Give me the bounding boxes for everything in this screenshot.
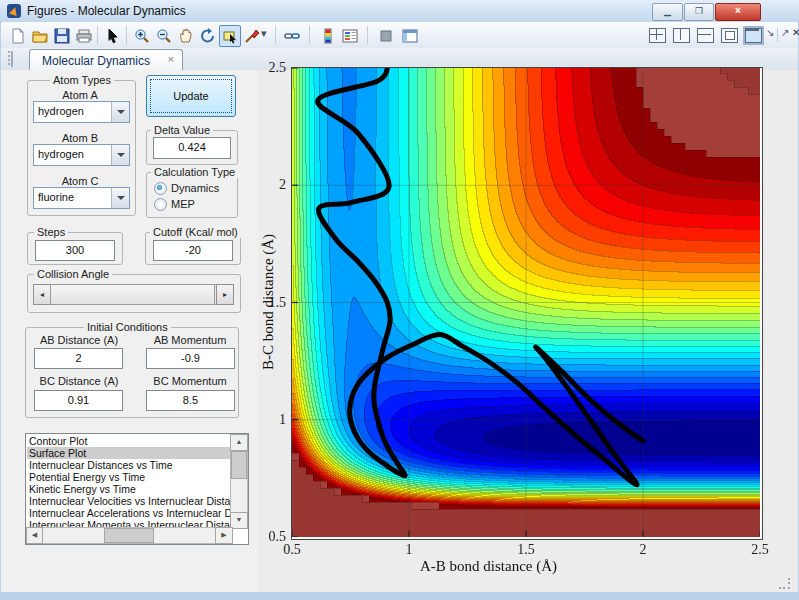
x-tick-label: 2: [633, 542, 653, 558]
vscroll-thumb[interactable]: [231, 451, 247, 479]
slider-right-arrow[interactable]: ▸: [216, 284, 234, 305]
bc-distance-label: BC Distance (A): [35, 375, 123, 387]
ab-distance-label: AB Distance (A): [35, 334, 123, 346]
tab-label: Molecular Dynamics: [42, 54, 150, 68]
y-tick-label: 2.5: [258, 60, 286, 76]
atom-c-dropdown-icon[interactable]: [111, 188, 129, 208]
show-plot-tools-button[interactable]: [399, 25, 421, 47]
update-button[interactable]: Update: [146, 75, 236, 117]
atom-b-dropdown-icon[interactable]: [111, 145, 129, 165]
vscroll-up-arrow[interactable]: ▲: [230, 434, 248, 451]
mep-radio[interactable]: [154, 198, 167, 211]
list-item[interactable]: Potential Energy vs Time: [27, 471, 230, 483]
zoom-out-tool-button[interactable]: [153, 25, 175, 47]
window-resize-grip[interactable]: [779, 578, 791, 590]
list-item[interactable]: Contour Plot: [27, 435, 230, 447]
ab-distance-field[interactable]: 2: [34, 348, 123, 369]
delta-value-title: Delta Value: [151, 124, 213, 136]
tile-vertical-button[interactable]: [673, 28, 690, 43]
atom-a-value: hydrogen: [38, 105, 84, 117]
ab-momentum-field[interactable]: -0.9: [146, 348, 235, 369]
initial-conditions-title: Initial Conditions: [84, 321, 171, 333]
insert-colorbar-button[interactable]: [317, 25, 339, 47]
calculation-type-title: Calculation Type: [151, 166, 238, 178]
bc-momentum-field[interactable]: 8.5: [146, 390, 235, 411]
dynamics-radio-label: Dynamics: [171, 182, 219, 194]
slider-thumb[interactable]: [50, 284, 215, 305]
bc-momentum-label: BC Momentum: [147, 375, 233, 387]
hide-plot-tools-button[interactable]: [375, 25, 397, 47]
slider-left-arrow[interactable]: ◂: [33, 284, 51, 305]
delta-value-field[interactable]: 0.424: [153, 137, 231, 159]
toolbar-close-icon[interactable]: ✕: [792, 27, 799, 38]
calculation-type-group: Calculation Type: [146, 172, 238, 218]
undock-arrow-icon[interactable]: ↗: [781, 27, 789, 38]
print-button[interactable]: [73, 25, 95, 47]
x-tick-label: 2.5: [750, 542, 770, 558]
cutoff-title: Cutoff (Kcal/ mol): [150, 226, 241, 238]
atom-a-dropdown-icon[interactable]: [111, 102, 129, 122]
hscroll-left-arrow[interactable]: ◀: [26, 527, 43, 544]
contour-plot: [291, 67, 763, 540]
maximize-button[interactable]: ❐: [684, 3, 714, 21]
tile-grid-button[interactable]: [649, 28, 666, 43]
window-title: Figures - Molecular Dynamics: [27, 4, 186, 18]
atom-a-select[interactable]: hydrogen: [33, 101, 130, 123]
y-axis-title: B-C bond distance (Å): [260, 234, 277, 370]
y-tick-label: 0.5: [258, 529, 286, 545]
bc-distance-field[interactable]: 0.91: [34, 390, 123, 411]
data-cursor-tool-button[interactable]: [219, 25, 241, 47]
matlab-icon: [7, 4, 21, 18]
hscroll-right-arrow[interactable]: ▶: [215, 527, 233, 544]
minimize-button[interactable]: ▁: [652, 3, 683, 21]
cascade-windows-button[interactable]: [721, 28, 738, 43]
list-item[interactable]: Kinetic Energy vs Time: [27, 483, 230, 495]
pointer-tool-button[interactable]: [102, 25, 124, 47]
list-item[interactable]: Internuclear Velocities vs Internuclear …: [27, 495, 230, 507]
figure-toolbar: ▾ ↘ ↗ ✕: [1, 22, 798, 49]
mep-radio-label: MEP: [171, 198, 195, 210]
atom-c-label: Atom C: [40, 175, 120, 187]
atom-b-select[interactable]: hydrogen: [33, 144, 130, 166]
brush-dropdown-caret[interactable]: ▾: [261, 27, 267, 40]
cutoff-field[interactable]: -20: [153, 240, 233, 261]
list-item-selected[interactable]: Surface Plot: [27, 447, 230, 459]
dock-arrow-icon[interactable]: ↘: [766, 27, 774, 38]
x-axis-title: A-B bond distance (Å): [420, 558, 557, 575]
zoom-in-tool-button[interactable]: [131, 25, 153, 47]
pan-tool-button[interactable]: [175, 25, 197, 47]
rotate-3d-tool-button[interactable]: [197, 25, 219, 47]
tab-strip-grip[interactable]: [8, 51, 10, 67]
atom-c-value: fluorine: [38, 191, 74, 203]
atom-b-label: Atom B: [40, 132, 120, 144]
open-file-button[interactable]: [29, 25, 51, 47]
update-button-label: Update: [147, 90, 235, 102]
new-figure-button[interactable]: [7, 25, 29, 47]
collision-angle-title: Collision Angle: [34, 268, 112, 280]
tile-horizontal-button[interactable]: [697, 28, 714, 43]
y-tick-label: 2: [258, 177, 286, 193]
potential-energy-surface[interactable]: [292, 68, 760, 537]
tab-close-icon[interactable]: ×: [168, 53, 174, 65]
dynamics-radio[interactable]: [154, 182, 167, 195]
insert-legend-button[interactable]: [339, 25, 361, 47]
atom-b-value: hydrogen: [38, 148, 84, 160]
steps-title: Steps: [34, 226, 68, 238]
x-tick-label: 1: [399, 542, 419, 558]
figure-window: Figures - Molecular Dynamics ▁ ❐ × ▾: [0, 0, 799, 600]
list-item[interactable]: Internuclear Accelerations vs Internucle…: [27, 507, 230, 519]
atom-c-select[interactable]: fluorine: [33, 187, 130, 209]
hscroll-thumb[interactable]: [104, 528, 154, 543]
save-button[interactable]: [51, 25, 73, 47]
close-button[interactable]: ×: [715, 3, 761, 21]
atom-a-label: Atom A: [40, 89, 120, 101]
tab-molecular-dynamics[interactable]: Molecular Dynamics ×: [29, 49, 183, 71]
title-bar[interactable]: Figures - Molecular Dynamics ▁ ❐ ×: [0, 0, 799, 23]
x-tick-label: 1.5: [516, 542, 536, 558]
list-item[interactable]: Internuclear Distances vs Time: [27, 459, 230, 471]
brush-tool-button[interactable]: [241, 25, 263, 47]
steps-field[interactable]: 300: [35, 240, 115, 261]
link-plot-button[interactable]: [281, 25, 303, 47]
single-window-button[interactable]: [745, 28, 762, 43]
plot-type-listbox[interactable]: Contour Plot Surface Plot Internuclear D…: [25, 433, 249, 545]
